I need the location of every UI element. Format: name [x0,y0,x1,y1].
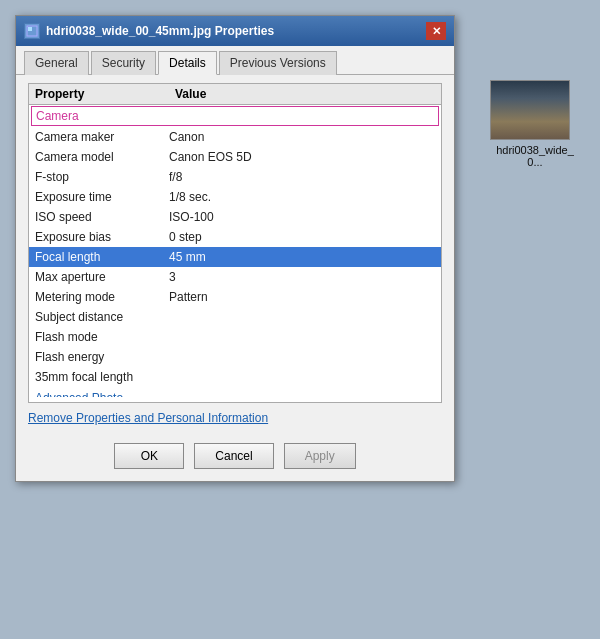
property-table: Property Value Camera Camera maker Canon… [28,83,442,403]
prop-name: Subject distance [35,310,169,324]
prop-name: 35mm focal length [35,370,169,384]
cancel-button[interactable]: Cancel [194,443,273,469]
ok-button[interactable]: OK [114,443,184,469]
desktop: hdri0038_wide_0... hdri0038_wide_00_45mm… [0,0,600,639]
window-icon [24,23,40,39]
table-row[interactable]: Flash mode [29,327,441,347]
camera-prop-name: Camera [36,109,170,123]
table-row[interactable]: Exposure bias 0 step [29,227,441,247]
dialog-content: Property Value Camera Camera maker Canon… [16,75,454,433]
prop-value: ISO-100 [169,210,435,224]
prop-name: Camera model [35,150,169,164]
section-label: Advanced Photo [35,391,123,397]
prop-value: 45 mm [169,250,435,264]
prop-name: ISO speed [35,210,169,224]
prop-name: Camera maker [35,130,169,144]
table-row[interactable]: Subject distance [29,307,441,327]
close-button[interactable]: ✕ [426,22,446,40]
prop-value: 1/8 sec. [169,190,435,204]
prop-value: Pattern [169,290,435,304]
properties-dialog: hdri0038_wide_00_45mm.jpg Properties ✕ G… [15,15,455,482]
tab-previous-versions[interactable]: Previous Versions [219,51,337,75]
svg-rect-1 [28,27,32,31]
window-title: hdri0038_wide_00_45mm.jpg Properties [46,24,274,38]
focal-length-row[interactable]: Focal length 45 mm [29,247,441,267]
prop-value: f/8 [169,170,435,184]
prop-name: Flash mode [35,330,169,344]
prop-name: Exposure time [35,190,169,204]
thumbnail-area: hdri0038_wide_0... [490,80,580,168]
property-list[interactable]: Camera Camera maker Canon Camera model C… [29,105,441,397]
prop-name: Max aperture [35,270,169,284]
table-row[interactable]: Exposure time 1/8 sec. [29,187,441,207]
table-row[interactable]: ISO speed ISO-100 [29,207,441,227]
prop-value: 0 step [169,230,435,244]
remove-properties-link[interactable]: Remove Properties and Personal Informati… [28,411,442,425]
table-row[interactable]: Camera maker Canon [29,127,441,147]
table-row[interactable]: Camera model Canon EOS 5D [29,147,441,167]
table-row[interactable]: Max aperture 3 [29,267,441,287]
prop-value: Canon [169,130,435,144]
tab-details[interactable]: Details [158,51,217,75]
prop-name: Exposure bias [35,230,169,244]
tab-security[interactable]: Security [91,51,156,75]
advanced-photo-section: Advanced Photo [29,387,441,397]
prop-name: Flash energy [35,350,169,364]
title-bar-left: hdri0038_wide_00_45mm.jpg Properties [24,23,274,39]
prop-value: Canon EOS 5D [169,150,435,164]
table-row[interactable]: F-stop f/8 [29,167,441,187]
thumbnail-label: hdri0038_wide_0... [490,144,580,168]
thumbnail-image [490,80,570,140]
prop-name: F-stop [35,170,169,184]
prop-name: Focal length [35,250,169,264]
tab-general[interactable]: General [24,51,89,75]
col-value-header: Value [175,87,435,101]
apply-button[interactable]: Apply [284,443,356,469]
table-row[interactable]: Flash energy [29,347,441,367]
prop-name: Metering mode [35,290,169,304]
title-bar: hdri0038_wide_00_45mm.jpg Properties ✕ [16,16,454,46]
table-row[interactable]: Metering mode Pattern [29,287,441,307]
tab-bar: General Security Details Previous Versio… [16,46,454,75]
button-bar: OK Cancel Apply [16,433,454,481]
table-row[interactable]: 35mm focal length [29,367,441,387]
table-header: Property Value [29,84,441,105]
col-property-header: Property [35,87,175,101]
camera-section-row[interactable]: Camera [31,106,439,126]
prop-value: 3 [169,270,435,284]
